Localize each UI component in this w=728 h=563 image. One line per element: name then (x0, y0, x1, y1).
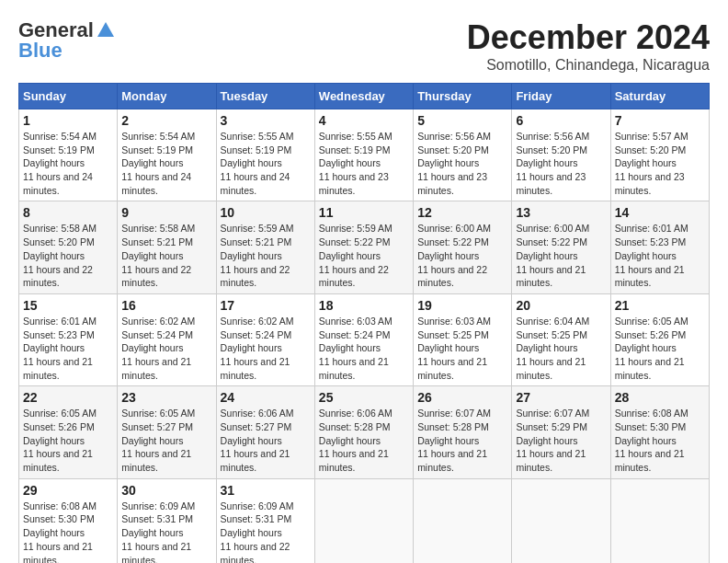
day-number: 5 (417, 113, 507, 128)
calendar-cell: 6 Sunrise: 5:56 AM Sunset: 5:20 PM Dayli… (512, 109, 610, 201)
day-number: 21 (615, 298, 705, 313)
day-number: 25 (319, 390, 409, 405)
day-number: 2 (121, 113, 211, 128)
calendar-cell: 15 Sunrise: 6:01 AM Sunset: 5:23 PM Dayl… (19, 293, 118, 385)
day-info: Sunrise: 6:02 AM Sunset: 5:24 PM Dayligh… (121, 315, 211, 382)
day-info: Sunrise: 5:59 AM Sunset: 5:21 PM Dayligh… (221, 222, 311, 289)
day-info: Sunrise: 5:54 AM Sunset: 5:19 PM Dayligh… (121, 130, 211, 197)
calendar-cell: 20 Sunrise: 6:04 AM Sunset: 5:25 PM Dayl… (512, 293, 610, 385)
calendar-cell: 17 Sunrise: 6:02 AM Sunset: 5:24 PM Dayl… (216, 293, 314, 385)
calendar-cell: 11 Sunrise: 5:59 AM Sunset: 5:22 PM Dayl… (314, 201, 413, 293)
calendar-table: Sunday Monday Tuesday Wednesday Thursday… (18, 83, 710, 563)
calendar-cell: 21 Sunrise: 6:05 AM Sunset: 5:26 PM Dayl… (610, 293, 709, 385)
calendar-cell: 2 Sunrise: 5:54 AM Sunset: 5:19 PM Dayli… (118, 109, 216, 201)
day-info: Sunrise: 6:01 AM Sunset: 5:23 PM Dayligh… (23, 315, 113, 382)
header-friday: Friday (512, 84, 610, 109)
day-number: 13 (516, 205, 606, 220)
day-info: Sunrise: 5:57 AM Sunset: 5:20 PM Dayligh… (615, 130, 705, 197)
calendar-cell: 5 Sunrise: 5:56 AM Sunset: 5:20 PM Dayli… (414, 109, 512, 201)
calendar-cell: 25 Sunrise: 6:06 AM Sunset: 5:28 PM Dayl… (314, 386, 413, 478)
day-number: 12 (417, 205, 507, 220)
calendar-cell: 29 Sunrise: 6:08 AM Sunset: 5:30 PM Dayl… (19, 478, 118, 563)
day-number: 26 (417, 390, 507, 405)
day-number: 28 (615, 390, 705, 405)
day-info: Sunrise: 6:07 AM Sunset: 5:29 PM Dayligh… (516, 407, 606, 474)
day-number: 29 (23, 483, 113, 498)
day-info: Sunrise: 6:07 AM Sunset: 5:28 PM Dayligh… (417, 407, 507, 474)
calendar-cell: 13 Sunrise: 6:00 AM Sunset: 5:22 PM Dayl… (512, 201, 610, 293)
month-title: December 2024 (467, 18, 710, 57)
calendar-cell: 26 Sunrise: 6:07 AM Sunset: 5:28 PM Dayl… (414, 386, 512, 478)
day-info: Sunrise: 5:55 AM Sunset: 5:19 PM Dayligh… (319, 130, 409, 197)
calendar-cell: 19 Sunrise: 6:03 AM Sunset: 5:25 PM Dayl… (414, 293, 512, 385)
day-info: Sunrise: 5:54 AM Sunset: 5:19 PM Dayligh… (23, 130, 113, 197)
calendar-cell: 10 Sunrise: 5:59 AM Sunset: 5:21 PM Dayl… (216, 201, 314, 293)
day-number: 22 (23, 390, 113, 405)
header-sunday: Sunday (19, 84, 118, 109)
day-number: 14 (615, 205, 705, 220)
svg-marker-0 (97, 22, 114, 37)
calendar-cell: 18 Sunrise: 6:03 AM Sunset: 5:24 PM Dayl… (314, 293, 413, 385)
day-number: 31 (221, 483, 311, 498)
calendar-cell (512, 478, 610, 563)
calendar-week-row: 8 Sunrise: 5:58 AM Sunset: 5:20 PM Dayli… (19, 201, 710, 293)
header-thursday: Thursday (414, 84, 512, 109)
day-info: Sunrise: 6:04 AM Sunset: 5:25 PM Dayligh… (516, 315, 606, 382)
header-wednesday: Wednesday (314, 84, 413, 109)
calendar-cell: 3 Sunrise: 5:55 AM Sunset: 5:19 PM Dayli… (216, 109, 314, 201)
day-info: Sunrise: 5:59 AM Sunset: 5:22 PM Dayligh… (319, 222, 409, 289)
calendar-cell (314, 478, 413, 563)
day-number: 6 (516, 113, 606, 128)
calendar-cell: 7 Sunrise: 5:57 AM Sunset: 5:20 PM Dayli… (610, 109, 709, 201)
day-number: 11 (319, 205, 409, 220)
day-info: Sunrise: 6:01 AM Sunset: 5:23 PM Dayligh… (615, 222, 705, 289)
day-info: Sunrise: 6:00 AM Sunset: 5:22 PM Dayligh… (417, 222, 507, 289)
calendar-cell: 9 Sunrise: 5:58 AM Sunset: 5:21 PM Dayli… (118, 201, 216, 293)
calendar-cell: 28 Sunrise: 6:08 AM Sunset: 5:30 PM Dayl… (610, 386, 709, 478)
location: Somotillo, Chinandega, Nicaragua (467, 57, 710, 74)
page-header: General Blue December 2024 Somotillo, Ch… (18, 18, 710, 74)
day-number: 30 (121, 483, 211, 498)
title-block: December 2024 Somotillo, Chinandega, Nic… (467, 18, 710, 74)
day-number: 16 (121, 298, 211, 313)
day-info: Sunrise: 5:58 AM Sunset: 5:21 PM Dayligh… (121, 222, 211, 289)
calendar-week-row: 22 Sunrise: 6:05 AM Sunset: 5:26 PM Dayl… (19, 386, 710, 478)
day-info: Sunrise: 6:00 AM Sunset: 5:22 PM Dayligh… (516, 222, 606, 289)
day-number: 8 (23, 205, 113, 220)
day-info: Sunrise: 6:03 AM Sunset: 5:25 PM Dayligh… (417, 315, 507, 382)
day-info: Sunrise: 5:56 AM Sunset: 5:20 PM Dayligh… (417, 130, 507, 197)
day-info: Sunrise: 6:09 AM Sunset: 5:31 PM Dayligh… (221, 500, 311, 563)
calendar-cell: 22 Sunrise: 6:05 AM Sunset: 5:26 PM Dayl… (19, 386, 118, 478)
day-number: 4 (319, 113, 409, 128)
calendar-week-row: 15 Sunrise: 6:01 AM Sunset: 5:23 PM Dayl… (19, 293, 710, 385)
day-info: Sunrise: 6:08 AM Sunset: 5:30 PM Dayligh… (23, 500, 113, 563)
calendar-cell: 4 Sunrise: 5:55 AM Sunset: 5:19 PM Dayli… (314, 109, 413, 201)
day-info: Sunrise: 6:05 AM Sunset: 5:27 PM Dayligh… (121, 407, 211, 474)
logo-blue: Blue (18, 39, 63, 63)
calendar-cell: 14 Sunrise: 6:01 AM Sunset: 5:23 PM Dayl… (610, 201, 709, 293)
day-info: Sunrise: 6:02 AM Sunset: 5:24 PM Dayligh… (221, 315, 311, 382)
day-number: 9 (121, 205, 211, 220)
day-number: 3 (221, 113, 311, 128)
calendar-cell (610, 478, 709, 563)
calendar-cell: 16 Sunrise: 6:02 AM Sunset: 5:24 PM Dayl… (118, 293, 216, 385)
day-info: Sunrise: 6:05 AM Sunset: 5:26 PM Dayligh… (23, 407, 113, 474)
header-tuesday: Tuesday (216, 84, 314, 109)
day-info: Sunrise: 6:05 AM Sunset: 5:26 PM Dayligh… (615, 315, 705, 382)
day-number: 1 (23, 113, 113, 128)
header-monday: Monday (118, 84, 216, 109)
calendar-cell: 23 Sunrise: 6:05 AM Sunset: 5:27 PM Dayl… (118, 386, 216, 478)
day-number: 17 (221, 298, 311, 313)
calendar-cell: 12 Sunrise: 6:00 AM Sunset: 5:22 PM Dayl… (414, 201, 512, 293)
day-info: Sunrise: 6:08 AM Sunset: 5:30 PM Dayligh… (615, 407, 705, 474)
day-info: Sunrise: 5:55 AM Sunset: 5:19 PM Dayligh… (221, 130, 311, 197)
header-saturday: Saturday (610, 84, 709, 109)
day-info: Sunrise: 6:06 AM Sunset: 5:27 PM Dayligh… (221, 407, 311, 474)
logo-icon (96, 20, 116, 40)
calendar-cell: 1 Sunrise: 5:54 AM Sunset: 5:19 PM Dayli… (19, 109, 118, 201)
day-info: Sunrise: 5:56 AM Sunset: 5:20 PM Dayligh… (516, 130, 606, 197)
day-number: 7 (615, 113, 705, 128)
day-number: 24 (221, 390, 311, 405)
day-number: 20 (516, 298, 606, 313)
day-number: 23 (121, 390, 211, 405)
